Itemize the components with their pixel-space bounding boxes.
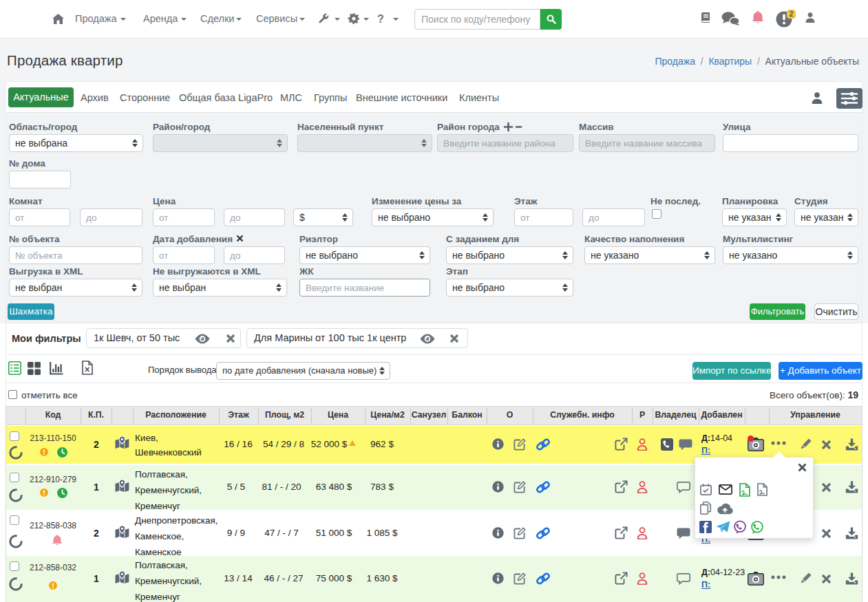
svg-text:2: 2 [790,10,794,18]
